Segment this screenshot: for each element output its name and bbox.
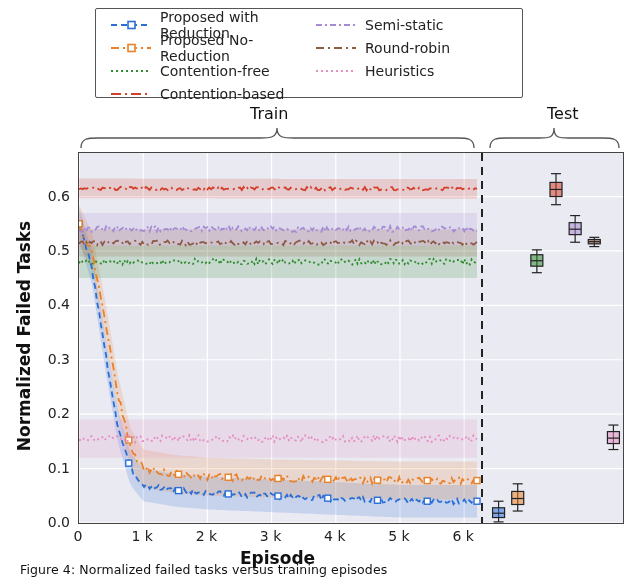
legend-swatch <box>110 18 152 32</box>
legend-swatch <box>110 41 152 55</box>
figure-caption: Figure 4: Normalized failed tasks versus… <box>20 562 387 577</box>
y-tick: 0.5 <box>10 242 70 258</box>
legend-item-contention_based: Contention-based <box>110 86 303 102</box>
y-tick: 0.4 <box>10 296 70 312</box>
test-brace <box>487 126 622 150</box>
train-label: Train <box>250 104 288 123</box>
x-tick: 4 k <box>324 528 345 544</box>
legend-label: Proposed No-Reduction <box>160 32 303 64</box>
x-tick: 1 k <box>131 528 152 544</box>
legend: Proposed with ReductionProposed No-Reduc… <box>95 8 523 98</box>
y-tick: 0.6 <box>10 188 70 204</box>
y-tick: 0.0 <box>10 514 70 530</box>
x-tick: 5 k <box>388 528 409 544</box>
legend-swatch <box>315 18 357 32</box>
x-tick: 2 k <box>196 528 217 544</box>
svg-rect-38 <box>375 477 381 483</box>
legend-col-1: Proposed with ReductionProposed No-Reduc… <box>110 17 303 89</box>
svg-rect-27 <box>275 493 281 499</box>
svg-rect-1 <box>128 22 135 29</box>
legend-swatch <box>315 41 357 55</box>
svg-rect-32 <box>79 221 82 227</box>
svg-rect-37 <box>325 476 331 482</box>
svg-rect-40 <box>474 478 480 484</box>
x-tick: 3 k <box>260 528 281 544</box>
legend-item-heuristics: Heuristics <box>315 63 508 79</box>
legend-item-contention_free: Contention-free <box>110 63 303 79</box>
plot-svg <box>79 153 623 523</box>
legend-item-proposed_reduction: Proposed with Reduction <box>110 17 303 33</box>
test-label: Test <box>547 104 579 123</box>
x-tick: 0 <box>74 528 83 544</box>
legend-swatch <box>315 64 357 78</box>
legend-item-round_robin: Round-robin <box>315 40 508 56</box>
legend-swatch <box>110 87 152 101</box>
x-tick: 6 k <box>452 528 473 544</box>
legend-label: Round-robin <box>365 40 450 56</box>
svg-rect-26 <box>225 491 231 497</box>
svg-rect-3 <box>128 45 135 52</box>
svg-rect-28 <box>325 495 331 501</box>
svg-rect-36 <box>275 475 281 481</box>
svg-rect-33 <box>126 437 132 443</box>
legend-label: Contention-free <box>160 63 270 79</box>
legend-item-semi_static: Semi-static <box>315 17 508 33</box>
svg-rect-25 <box>176 488 182 494</box>
plot-area <box>78 152 624 524</box>
legend-label: Heuristics <box>365 63 434 79</box>
y-tick: 0.3 <box>10 351 70 367</box>
legend-label: Contention-based <box>160 86 284 102</box>
svg-rect-35 <box>225 474 231 480</box>
y-tick: 0.2 <box>10 405 70 421</box>
svg-rect-31 <box>474 498 480 504</box>
svg-rect-39 <box>424 478 430 484</box>
legend-swatch <box>110 64 152 78</box>
figure-container: { "chart_data": { "type": "line", "title… <box>0 0 640 582</box>
legend-item-proposed_noreduction: Proposed No-Reduction <box>110 40 303 56</box>
svg-rect-30 <box>424 498 430 504</box>
svg-rect-29 <box>375 497 381 503</box>
y-tick: 0.1 <box>10 460 70 476</box>
legend-label: Semi-static <box>365 17 444 33</box>
svg-rect-24 <box>126 460 132 466</box>
train-brace <box>78 126 477 150</box>
legend-col-2: Semi-staticRound-robinHeuristics <box>315 17 508 89</box>
svg-rect-34 <box>176 471 182 477</box>
